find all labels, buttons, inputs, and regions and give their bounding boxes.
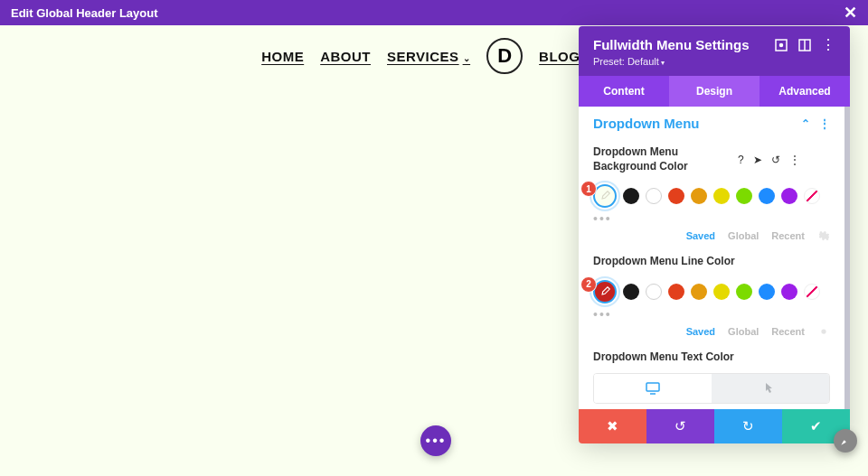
nav-services[interactable]: SERVICES⌄ (387, 49, 470, 64)
columns-icon[interactable] (797, 38, 812, 52)
svg-point-1 (780, 43, 783, 46)
annotation-2: 2 (580, 276, 597, 293)
preset-selector[interactable]: Preset: Default▾ (593, 56, 835, 67)
panel-body[interactable]: Dropdown Menu ⌃ ⋮ Dropdown Menu Backgrou… (579, 107, 850, 409)
swatch-green[interactable] (736, 284, 752, 300)
field-line-color: Dropdown Menu Line Color (579, 249, 844, 271)
panel-footer: ✖ ↺ ↻ ✔ (579, 409, 850, 443)
panel-tabs: Content Design Advanced (579, 76, 850, 107)
swatch-row-line: 2 (579, 271, 844, 307)
device-hover[interactable] (712, 374, 829, 403)
gear-icon[interactable] (817, 325, 830, 338)
undo-button[interactable]: ↺ (646, 409, 714, 443)
nav-home[interactable]: HOME (261, 49, 304, 64)
swatch-white[interactable] (646, 284, 662, 300)
redo-button[interactable]: ↻ (714, 409, 782, 443)
chevron-up-icon[interactable]: ⌃ (801, 117, 810, 130)
cancel-button[interactable]: ✖ (579, 409, 646, 443)
more-dots[interactable]: ••• (579, 307, 844, 325)
ptab-global[interactable]: Global (728, 326, 759, 337)
palette-tabs: Saved Global Recent (579, 325, 844, 345)
tab-advanced[interactable]: Advanced (760, 76, 850, 107)
swatch-red[interactable] (668, 188, 684, 204)
device-tabs (593, 373, 830, 404)
ptab-saved[interactable]: Saved (686, 230, 715, 241)
ptab-global[interactable]: Global (728, 230, 759, 241)
ptab-recent[interactable]: Recent (771, 230, 805, 241)
panel-header: Fullwidth Menu Settings ⋮ Preset: Defaul… (579, 26, 850, 76)
swatch-yellow[interactable] (713, 188, 730, 204)
swatch-orange[interactable] (691, 188, 707, 204)
field-bg-color: Dropdown Menu Background Color ? ➤ ↺ ⋮ (579, 140, 844, 175)
swatch-white[interactable] (646, 188, 662, 204)
top-bar: Edit Global Header Layout ✕ (0, 0, 868, 25)
eyedropper-swatch[interactable] (804, 188, 820, 204)
field-text-color: Dropdown Menu Text Color (579, 345, 844, 367)
chevron-down-icon: ⌄ (463, 53, 471, 63)
ptab-saved[interactable]: Saved (686, 326, 715, 337)
main-swatch-bg[interactable]: 1 (593, 184, 617, 208)
swatch-blue[interactable] (759, 284, 775, 300)
swatch-blue[interactable] (759, 188, 775, 204)
swatch-red[interactable] (668, 284, 684, 300)
eyedropper-swatch[interactable] (804, 284, 820, 300)
help-icon[interactable]: ? (738, 154, 744, 166)
swatch-orange[interactable] (691, 284, 707, 300)
tab-design[interactable]: Design (669, 76, 760, 107)
floating-menu-button[interactable]: ••• (420, 425, 451, 456)
panel-title: Fullwidth Menu Settings (593, 37, 765, 52)
swatch-black[interactable] (623, 284, 639, 300)
swatch-row-bg: 1 (579, 175, 844, 211)
gear-icon[interactable] (817, 229, 830, 242)
undo-icon[interactable]: ↺ (771, 154, 780, 166)
section-dropdown-menu[interactable]: Dropdown Menu ⌃ ⋮ (579, 107, 844, 140)
expand-icon[interactable] (774, 38, 788, 52)
svg-rect-4 (646, 383, 659, 391)
close-icon[interactable]: ✕ (844, 5, 857, 21)
main-swatch-line[interactable]: 2 (593, 280, 617, 303)
kebab-icon[interactable]: ⋮ (821, 38, 835, 52)
more-dots[interactable]: ••• (579, 211, 844, 229)
cursor-icon[interactable]: ➤ (753, 154, 762, 166)
nav-about[interactable]: ABOUT (320, 49, 371, 64)
annotation-1: 1 (580, 181, 597, 197)
kebab-icon[interactable]: ⋮ (819, 117, 830, 130)
settings-panel: Fullwidth Menu Settings ⋮ Preset: Defaul… (579, 26, 850, 443)
swatch-green[interactable] (736, 188, 752, 204)
swatch-yellow[interactable] (713, 284, 730, 300)
swatch-purple[interactable] (781, 188, 797, 204)
swatch-black[interactable] (623, 188, 639, 204)
palette-tabs: Saved Global Recent (579, 229, 844, 249)
logo[interactable]: D (486, 38, 523, 74)
device-desktop[interactable] (594, 374, 712, 403)
top-bar-title: Edit Global Header Layout (11, 6, 844, 20)
floating-tool-button[interactable] (834, 429, 857, 453)
ptab-recent[interactable]: Recent (771, 326, 805, 337)
nav-blog[interactable]: BLOG (539, 49, 580, 64)
tab-content[interactable]: Content (579, 76, 669, 107)
swatch-purple[interactable] (781, 284, 797, 300)
kebab-icon[interactable]: ⋮ (789, 154, 800, 166)
